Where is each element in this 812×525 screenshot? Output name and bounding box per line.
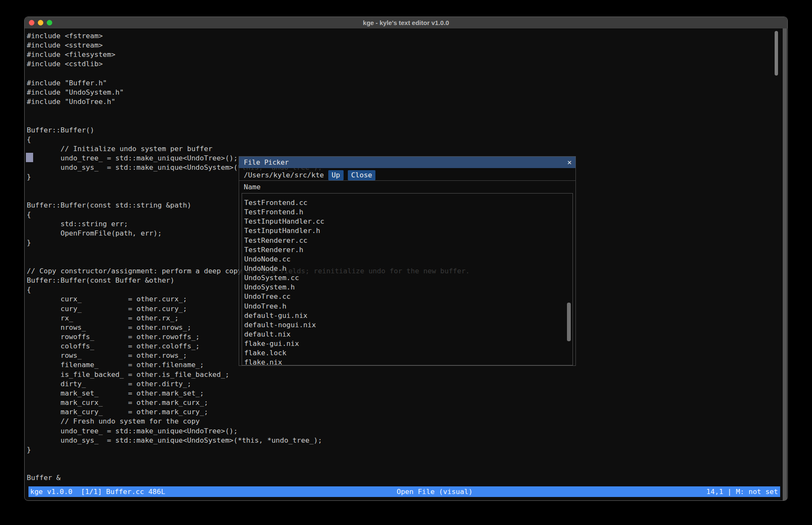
file-list-item[interactable]: UndoNode.cc (244, 255, 572, 264)
file-list-item[interactable]: UndoSystem.h (244, 283, 572, 292)
path-row: /Users/kyle/src/kteUpClose (244, 170, 375, 181)
close-icon[interactable]: ✕ (567, 157, 572, 168)
status-version-file: kge v1.0.0 [1/1] Buffer.cc 486L (30, 486, 165, 497)
file-list-item[interactable]: TestFrontend.h (244, 208, 572, 217)
file-list-item[interactable]: TestInputHandler.cc (244, 217, 572, 226)
status-cursor-position: 14,1 | M: not set (706, 486, 778, 497)
file-list-item[interactable]: flake.lock (244, 348, 572, 358)
traffic-lights (25, 20, 52, 25)
file-list-item[interactable]: default-nogui.nix (244, 320, 572, 330)
zoom-window-button[interactable] (47, 20, 52, 25)
file-list: TestFrontend.ccTestFrontend.hTestInputHa… (242, 193, 573, 365)
close-window-button[interactable] (29, 20, 34, 25)
file-list-item[interactable]: default-gui.nix (244, 311, 572, 320)
file-list-item[interactable]: UndoNode.h (244, 264, 572, 273)
editor-scrollbar-thumb[interactable] (775, 31, 778, 76)
file-list-item[interactable]: flake-gui.nix (244, 339, 572, 348)
current-path: /Users/kyle/src/kte (244, 171, 324, 179)
file-picker-title: File Picker (239, 158, 289, 166)
name-column-header: Name (244, 182, 261, 192)
file-list-item[interactable]: TestFrontend.cc (244, 198, 572, 208)
file-list-item[interactable]: TestRenderer.cc (244, 236, 572, 245)
file-picker-body: /Users/kyle/src/kteUpClose Name TestFron… (239, 168, 575, 365)
file-list-item[interactable]: UndoTree.cc (244, 292, 572, 301)
file-list-item[interactable]: default.nix (244, 330, 572, 339)
file-list-item[interactable]: UndoSystem.cc (244, 273, 572, 283)
file-picker-dialog: File Picker ✕ /Users/kyle/src/kteUpClose… (239, 156, 576, 366)
minimize-window-button[interactable] (38, 20, 43, 25)
file-list-scrollbar-thumb[interactable] (567, 303, 571, 341)
divider (239, 180, 575, 181)
window-titlebar: kge - kyle's text editor v1.0.0 (25, 17, 787, 28)
file-list-item[interactable]: TestRenderer.h (244, 245, 572, 255)
status-mode: Open File (visual) (397, 486, 473, 497)
up-button[interactable]: Up (328, 170, 344, 180)
file-list-item[interactable]: TestInputHandler.h (244, 226, 572, 236)
file-list-item[interactable]: UndoTree.h (244, 302, 572, 311)
text-cursor (26, 153, 33, 162)
scrollbar-track[interactable] (783, 28, 787, 500)
file-list-item[interactable]: flake.nix (244, 358, 572, 365)
window-title: kge - kyle's text editor v1.0.0 (25, 19, 787, 26)
file-picker-titlebar[interactable]: File Picker ✕ (239, 157, 575, 168)
status-bar: kge v1.0.0 [1/1] Buffer.cc 486L Open Fil… (28, 486, 780, 497)
close-button[interactable]: Close (348, 170, 376, 180)
